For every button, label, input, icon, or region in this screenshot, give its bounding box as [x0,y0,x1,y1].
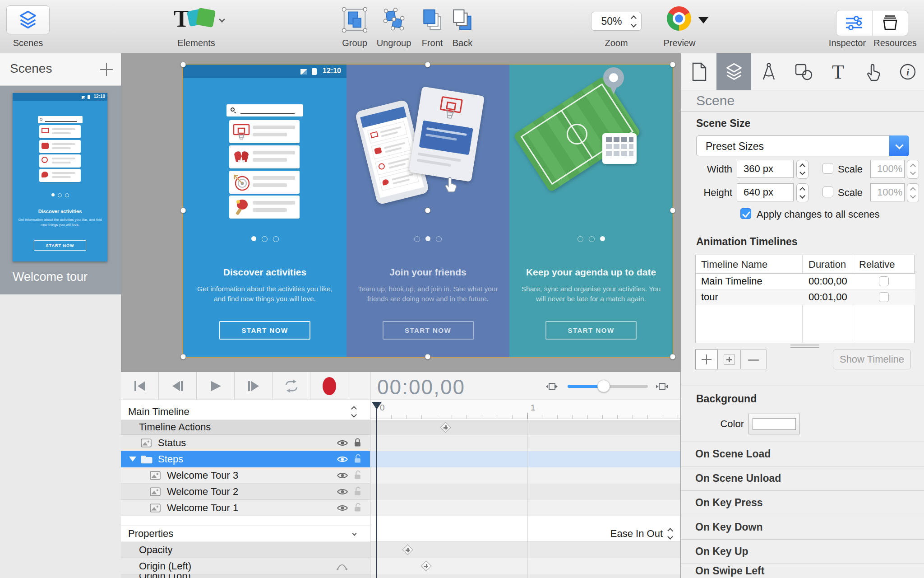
elements-button[interactable]: T [165,4,232,35]
relative-checkbox[interactable] [879,276,889,286]
selection-handle[interactable] [670,208,676,214]
back-button[interactable] [450,7,475,33]
layer-row-steps-selected[interactable]: Steps [121,451,370,467]
track-row[interactable] [370,558,680,574]
step-forward-button[interactable] [235,372,273,400]
track-row[interactable] [370,420,680,435]
selection-handle[interactable] [180,354,186,360]
width-stepper[interactable] [796,160,808,179]
scenes-button[interactable] [6,5,50,34]
background-color-well[interactable] [748,414,800,434]
start-now-button[interactable]: START NOW [219,321,310,340]
track-row-selected[interactable] [370,451,680,467]
track-row[interactable] [370,542,680,558]
properties-header-row[interactable]: Properties [121,526,370,542]
timeline-ruler[interactable]: 0 1 [370,400,680,419]
property-row[interactable]: Opacity [121,542,370,558]
inspector-toggle-button[interactable] [836,10,873,36]
track-row[interactable] [370,484,680,500]
handler-row-key-press[interactable]: On Key Press [681,491,924,515]
lock-open-icon[interactable] [354,486,361,496]
timeline-selector-stepper-icon[interactable] [352,407,356,417]
lock-closed-icon[interactable] [354,438,361,447]
remove-timeline-button[interactable] [740,350,767,369]
layer-row[interactable]: Welcome Tour 2 [121,484,370,500]
table-resize-grip[interactable] [790,345,819,348]
track-row[interactable] [370,467,680,484]
timeline-selector-row[interactable]: Main Timeline [121,404,370,420]
handler-row-scene-unload[interactable]: On Scene Unload [681,466,924,491]
visibility-eye-icon[interactable] [337,488,348,496]
lock-open-icon[interactable] [354,470,361,480]
property-row[interactable]: Origin (Left) [121,558,370,574]
easing-row[interactable]: Ease In Out [370,526,680,542]
width-scale-stepper[interactable] [907,160,919,179]
timeline-zoom-out-icon[interactable] [546,382,558,391]
tab-scene-selected[interactable] [716,53,751,90]
track-row[interactable] [370,500,680,516]
preview-dropdown-icon[interactable] [698,17,708,23]
ungroup-button[interactable] [381,7,407,33]
tab-identity[interactable]: i [890,53,924,90]
play-button[interactable] [197,372,235,400]
height-input[interactable]: 640 px [737,183,794,201]
apply-all-scenes-checkbox[interactable] [740,208,751,219]
height-scale-stepper[interactable] [907,183,919,202]
selection-handle[interactable] [670,354,676,360]
selection-handle[interactable] [425,208,431,214]
track-row[interactable] [370,435,680,451]
timeline-zoom-in-icon[interactable] [656,382,668,391]
layer-row[interactable]: Welcome Tour 1 [121,500,370,516]
start-now-button[interactable]: START NOW [383,321,474,340]
add-timeline-button[interactable] [695,350,718,369]
lock-open-icon[interactable] [354,503,361,513]
width-scale-checkbox[interactable] [822,163,833,174]
lock-open-icon[interactable] [354,454,361,464]
jump-to-start-button[interactable] [121,372,159,400]
group-button[interactable] [342,7,367,33]
selection-handle[interactable] [670,62,676,68]
handler-row-scene-load[interactable]: On Scene Load [681,442,924,466]
track-row[interactable] [370,574,680,578]
visibility-eye-icon[interactable] [337,439,348,447]
table-row[interactable]: tour 00:01,00 [696,289,915,305]
show-timeline-button[interactable]: Show Timeline [833,350,911,369]
add-scene-button[interactable] [100,63,113,76]
property-row-clipped[interactable]: Origin (Top) [121,574,370,578]
preset-sizes-select[interactable]: Preset Sizes [696,135,909,156]
timeline-zoom-slider-thumb[interactable] [597,380,610,392]
height-scale-checkbox[interactable] [822,186,833,197]
zoom-stepper[interactable]: 50% [591,12,642,31]
width-scale-input[interactable]: 100% [870,160,905,178]
selection-handle[interactable] [425,354,431,360]
visibility-eye-icon[interactable] [337,504,348,512]
timeline-column-divider[interactable] [370,372,370,578]
handler-row-key-down[interactable]: On Key Down [681,515,924,540]
table-header[interactable]: Relative [859,259,895,270]
step-back-button[interactable] [159,372,197,400]
timeline-actions-row[interactable]: Timeline Actions [121,420,370,435]
relative-checkbox[interactable] [879,292,889,302]
tab-actions[interactable] [855,53,890,90]
loop-button[interactable] [273,372,310,400]
preview-button[interactable] [667,6,691,31]
tab-metrics[interactable] [751,53,786,90]
handler-row-key-up[interactable]: On Key Up [681,540,924,564]
duplicate-timeline-button[interactable] [718,350,740,369]
properties-collapse-icon[interactable] [352,531,357,536]
resources-toggle-button[interactable] [873,10,908,36]
tab-text[interactable]: T [821,53,855,90]
table-header[interactable]: Timeline Name [701,259,767,270]
scene-screen-3[interactable]: Keep your agenda up to date Share, sync … [509,65,673,357]
selection-handle[interactable] [180,62,186,68]
front-button[interactable] [420,7,445,33]
record-button[interactable] [310,372,348,400]
layer-row-status[interactable]: Status [121,435,370,451]
zoom-stepper-arrows-icon[interactable] [632,16,636,27]
layer-row[interactable]: Welcome Tour 3 [121,467,370,484]
visibility-eye-icon[interactable] [337,471,348,480]
visibility-eye-icon[interactable] [337,455,348,463]
scene-screen-1[interactable]: 12:10 [183,65,346,357]
easing-stepper-icon[interactable] [668,529,672,539]
tab-element[interactable] [786,53,821,90]
